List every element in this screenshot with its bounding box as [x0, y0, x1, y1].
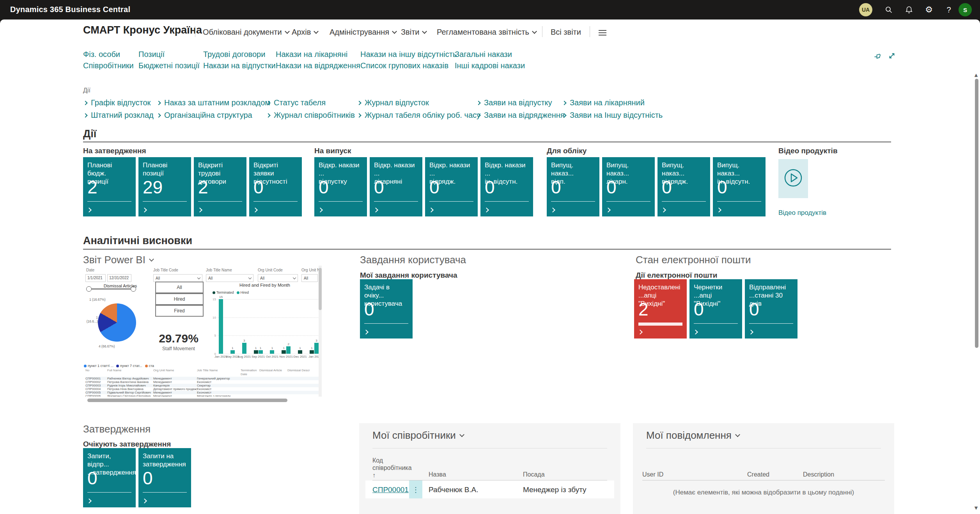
- pbi-date-from-input[interactable]: 1/1/2021: [85, 274, 106, 282]
- column-header-employee-code[interactable]: Код співробітника: [372, 457, 412, 471]
- menu-icon[interactable]: [599, 30, 606, 36]
- cue-tile[interactable]: Випущ. наказ... лікарн.0: [602, 157, 655, 216]
- column-header-created[interactable]: Created: [747, 471, 769, 478]
- menu-posted-documents[interactable]: Обліковані документи: [203, 28, 289, 37]
- action-timesheet-status[interactable]: Статус табеля: [267, 98, 326, 107]
- scroll-down-icon[interactable]: ▼: [973, 505, 980, 510]
- menu-reports[interactable]: Звіти: [401, 28, 426, 37]
- bell-icon[interactable]: [904, 5, 914, 15]
- expand-icon[interactable]: [888, 51, 896, 62]
- app-title[interactable]: Dynamics 365 Business Central: [10, 5, 130, 14]
- nav-link-business-trip-orders[interactable]: Накази на відрядження: [276, 61, 360, 70]
- cue-tile[interactable]: Планові бюдж. позиції2: [83, 157, 136, 216]
- employee-code-link[interactable]: СПР00001: [372, 486, 409, 494]
- cue-tile[interactable]: Недоставлені ...апці "Вихідні"2: [634, 279, 687, 339]
- slicer-button-fired[interactable]: Fired: [155, 305, 204, 317]
- help-icon[interactable]: ?: [944, 5, 954, 15]
- cue-tile[interactable]: Відкриті заявки відсутності0: [249, 157, 302, 216]
- cue-tile[interactable]: Задачі в очіку... користувача0: [360, 279, 413, 339]
- slicer-button-all[interactable]: All: [155, 282, 204, 293]
- cue-tile[interactable]: Випущ. наказ... відп.0: [547, 157, 599, 216]
- scrollbar-thumb[interactable]: [319, 268, 322, 310]
- cue-tile[interactable]: Планові позиції29: [138, 157, 191, 216]
- product-videos-link[interactable]: Відео продуктів: [778, 209, 826, 217]
- nav-link-vacation-orders[interactable]: Накази на відпустки: [203, 61, 276, 70]
- menu-administration[interactable]: Адміністрування: [330, 28, 396, 37]
- row-options-icon[interactable]: ⋮: [409, 480, 422, 498]
- action-vacation-journal[interactable]: Журнал відпусток: [358, 98, 429, 107]
- nav-link-general-orders[interactable]: Загальні накази: [455, 50, 512, 59]
- horizontal-scrollbar[interactable]: [87, 399, 287, 402]
- pbi-filter-dropdown-org-unit-code[interactable]: All: [258, 274, 298, 282]
- my-employees-heading[interactable]: Мої співробітники: [372, 429, 464, 441]
- bar: [259, 350, 263, 354]
- nav-link-positions[interactable]: Позиції: [138, 50, 165, 59]
- pbi-table-cell: Руднєв Ігорь Миколайович: [107, 384, 153, 387]
- column-header-position[interactable]: Посада: [523, 471, 545, 478]
- action-other-absence-requests[interactable]: Заяви на Іншу відсутність: [563, 111, 663, 120]
- powerbi-report-title[interactable]: Звіт Power BI: [83, 254, 153, 266]
- action-org-structure[interactable]: Організаційна структура: [157, 111, 252, 120]
- cue-tile[interactable]: Відправлені ...станні 30 днів0: [745, 279, 797, 339]
- cue-tile-value: 0: [429, 178, 439, 196]
- vertical-scrollbar[interactable]: [975, 79, 978, 348]
- slicer-button-hired[interactable]: Hired: [155, 293, 204, 305]
- cue-tile[interactable]: Відкр. накази ... відрядж.0: [425, 157, 478, 216]
- nav-link-labor-contracts[interactable]: Трудові договори: [203, 50, 265, 59]
- cue-tile-value: 2: [198, 178, 208, 196]
- column-header-description[interactable]: Description: [803, 471, 834, 478]
- chevron-right-icon: [357, 101, 361, 105]
- column-header-name[interactable]: Назва: [429, 471, 446, 478]
- cue-tile[interactable]: Запити, відпр... ...затвердження0: [83, 448, 136, 507]
- pbi-table-cell: [259, 377, 287, 380]
- action-vacation-requests[interactable]: Заяви на відпустку: [477, 98, 552, 107]
- column-header-user-id[interactable]: User ID: [642, 471, 663, 478]
- scroll-up-icon[interactable]: ▲: [973, 73, 980, 78]
- cue-group-user-tasks: Задачі в очіку... користувача0: [360, 279, 413, 339]
- cue-tile[interactable]: Чернетки ...апці "Вихідні"0: [689, 279, 742, 339]
- nav-link-employees[interactable]: Співробітники: [83, 61, 134, 70]
- nav-link-other-hr-orders[interactable]: Інші кадрові накази: [455, 61, 525, 70]
- bar: [298, 350, 302, 354]
- my-notifications-heading[interactable]: Мої повідомлення: [646, 429, 739, 441]
- pbi-filter-dropdown-job-title-code[interactable]: All: [153, 274, 202, 282]
- action-staffing-order[interactable]: Наказ за штатним розкладом: [157, 98, 270, 107]
- nav-link-budget-positions[interactable]: Бюджетні позиції: [138, 61, 200, 70]
- gear-icon[interactable]: ⚙: [924, 5, 934, 15]
- nav-link-sick-orders[interactable]: Накази на лікарняні: [276, 50, 347, 59]
- vertical-scrollbar[interactable]: [319, 266, 322, 397]
- pbi-table-cell: [241, 384, 259, 387]
- pin-icon[interactable]: [874, 52, 882, 62]
- cue-tile[interactable]: Відкр. накази ... лікарняні0: [370, 157, 422, 216]
- cue-tile[interactable]: Відкр. накази ... ін. відсутн.0: [480, 157, 533, 216]
- action-timesheet-journal[interactable]: Журнал табеля обліку роб. часу: [358, 111, 480, 120]
- pbi-filter-dropdown-job-title-name[interactable]: All: [206, 274, 253, 282]
- cue-tile[interactable]: Випущ. наказ... відрядж.0: [657, 157, 710, 216]
- cue-tile-value: 2: [87, 178, 97, 196]
- menu-archive[interactable]: Архів: [292, 28, 318, 37]
- product-videos-tile[interactable]: [778, 159, 808, 198]
- barchart-legend: TerminatedHired: [213, 291, 249, 294]
- nav-link-group-orders-list[interactable]: Список групових наказів: [360, 61, 448, 70]
- menu-regulatory-reporting[interactable]: Регламентована звітність: [437, 28, 536, 37]
- search-icon[interactable]: [884, 5, 894, 15]
- cue-tile-value: 0: [87, 469, 97, 487]
- cue-tile[interactable]: Випущ. наказ... ін. відсутн.0: [713, 157, 766, 216]
- action-employee-journal[interactable]: Журнал співробітників: [267, 111, 355, 120]
- action-trip-requests[interactable]: Заяви на відрядження: [477, 111, 565, 120]
- pbi-filter-dropdown-org-unit-name[interactable]: All: [301, 274, 318, 282]
- action-vacation-schedule[interactable]: Графік відпусток: [84, 98, 151, 107]
- nav-link-physical-persons[interactable]: Фіз. особи: [83, 50, 120, 59]
- cue-tile[interactable]: Запити на затвердження0: [138, 448, 191, 507]
- pbi-date-to-input[interactable]: 12/31/2022: [107, 274, 131, 282]
- nav-link-other-absence-orders[interactable]: Накази на іншу відсутність: [360, 50, 457, 59]
- cue-tile[interactable]: Відкр. накази ... відпустку0: [314, 157, 367, 216]
- action-staffing-table[interactable]: Штатний розклад: [84, 111, 154, 120]
- menu-all-reports[interactable]: Всі звіти: [551, 28, 581, 37]
- environment-badge[interactable]: UA: [859, 3, 872, 16]
- company-name[interactable]: СМАРТ Кронус Україна: [83, 24, 202, 36]
- avatar[interactable]: S: [959, 3, 972, 16]
- cue-tile[interactable]: Відкриті трудові договори2: [194, 157, 246, 216]
- action-sick-requests[interactable]: Заяви на лікарняний: [563, 98, 645, 107]
- sort-ascending-icon[interactable]: ↑: [372, 471, 376, 479]
